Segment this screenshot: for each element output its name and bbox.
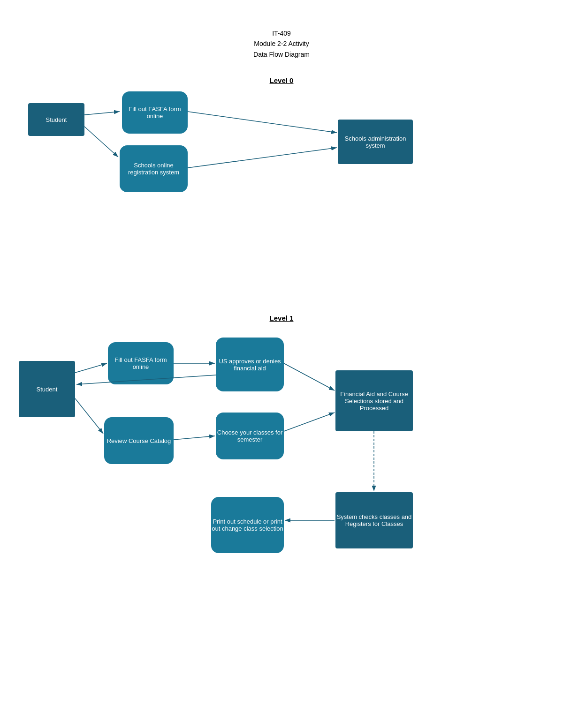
l1-review-catalog-node: Review Course Catalog [104,417,174,464]
svg-line-10 [174,436,215,440]
title-line2: Module 2-2 Activity [0,38,563,49]
svg-line-9 [75,398,103,434]
page: IT-409 Module 2-2 Activity Data Flow Dia… [0,0,563,728]
svg-line-7 [284,363,335,390]
l0-student-node: Student [28,103,84,136]
l1-us-approves-node: US approves or denies financial aid [216,338,284,391]
title-line3: Data Flow Diagram [0,49,563,60]
level0-label: Level 0 [0,76,563,84]
svg-line-3 [188,112,337,133]
title-block: IT-409 Module 2-2 Activity Data Flow Dia… [0,0,563,60]
l0-registration-node: Schools online registration system [120,145,188,192]
svg-line-2 [84,127,118,157]
l0-fasfa-node: Fill out FASFA form online [122,91,188,134]
svg-line-1 [84,112,120,115]
svg-line-5 [75,363,107,373]
l1-system-checks-node: System checks classes and Registers for … [335,492,413,548]
svg-line-4 [188,148,337,168]
l1-financial-aid-stored-node: Financial Aid and Course Selections stor… [335,370,413,431]
l1-print-schedule-node: Print out schedule or print out change c… [211,497,284,553]
title-line1: IT-409 [0,28,563,38]
svg-line-11 [284,413,335,431]
l1-student-node: Student [19,361,75,417]
level1-label: Level 1 [0,314,563,322]
l0-admin-node: Schools administration system [338,120,413,164]
l1-fasfa-node: Fill out FASFA form online [108,342,174,384]
l1-choose-classes-node: Choose your classes for semester [216,413,284,459]
